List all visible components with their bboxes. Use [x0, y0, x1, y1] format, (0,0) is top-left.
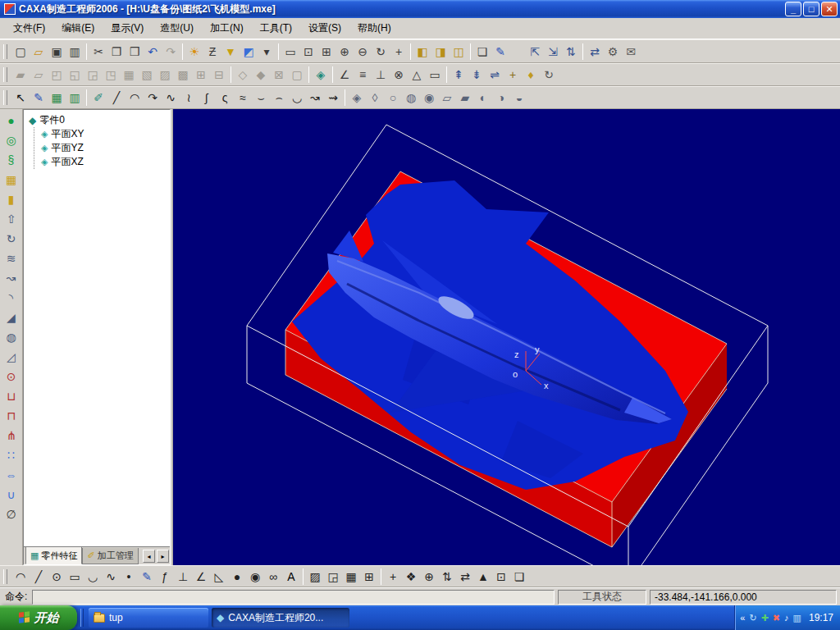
rect-tool-icon[interactable]: ▭ [426, 66, 444, 84]
mesh-surface-icon[interactable]: ◍ [402, 89, 420, 107]
loft-icon[interactable]: ≋ [2, 249, 21, 268]
formula-icon[interactable]: ƒ [156, 568, 174, 586]
sweep-surface-icon[interactable]: ○ [384, 89, 402, 107]
boss-icon[interactable]: ⊓ [2, 406, 21, 426]
tree-item-plane-xy[interactable]: ◈ 平面XY [34, 127, 168, 141]
tangent-icon[interactable]: ⊗ [390, 66, 408, 84]
rect-draw-icon[interactable]: ▭ [66, 568, 84, 586]
array-grid-icon[interactable]: ⊡ [492, 568, 510, 586]
infinity-icon[interactable]: ∞ [264, 568, 282, 586]
circle-draw-icon[interactable]: ⊙ [48, 568, 66, 586]
helix-feature-icon[interactable]: § [2, 150, 21, 170]
tree-root-part[interactable]: ◆ 零件0 [25, 113, 168, 127]
perpendicular-draw-icon[interactable]: ⊥ [174, 568, 192, 586]
gem-icon[interactable]: ♦ [522, 66, 540, 84]
copy-icon[interactable]: ❐ [107, 43, 126, 61]
zoom-window-icon[interactable]: ⊞ [317, 43, 336, 61]
command-input[interactable] [32, 590, 555, 605]
level-up-icon[interactable]: ⇞ [450, 66, 468, 84]
patch-surface-icon[interactable]: ◑ [492, 89, 510, 107]
view-axono-icon[interactable]: ◫ [450, 43, 468, 61]
pocket-icon[interactable]: ⊔ [2, 386, 21, 406]
anchor-icon[interactable]: + [504, 66, 522, 84]
filled-circle-icon[interactable]: ● [228, 568, 246, 586]
menu-item-file[interactable]: 文件(F) [5, 19, 53, 38]
taskbar-task-tup[interactable]: tup [89, 608, 208, 628]
close-button[interactable]: ✕ [821, 2, 838, 16]
ellipse-draw-icon[interactable]: ◡ [84, 568, 102, 586]
refresh-alt-icon[interactable]: ↻ [540, 66, 558, 84]
line-draw-icon[interactable]: ╱ [30, 568, 48, 586]
line-icon[interactable]: ╱ [107, 89, 126, 107]
angle-icon[interactable]: ∠ [336, 66, 354, 84]
paste-icon[interactable]: ❒ [126, 43, 144, 61]
level-down-icon[interactable]: ⇟ [468, 66, 486, 84]
arc-3pt-icon[interactable]: ↷ [144, 89, 162, 107]
text-tool-icon[interactable]: A [282, 568, 300, 586]
menu-item-view[interactable]: 显示(V) [103, 19, 152, 38]
grid-tool-icon[interactable]: ▦ [342, 568, 360, 586]
toolpath-z-icon[interactable]: ⇅ [562, 43, 580, 61]
shell-icon[interactable]: ◍ [2, 327, 21, 347]
cut-icon[interactable]: ✂ [89, 43, 107, 61]
tab-part-features[interactable]: ▦ 零件特征 [25, 547, 82, 564]
arc-up-icon[interactable]: ⌣ [252, 89, 270, 107]
revolve-surface-icon[interactable]: ◊ [366, 89, 384, 107]
light-icon[interactable]: ☀ [185, 43, 203, 61]
menu-item-machining[interactable]: 加工(N) [202, 19, 252, 38]
extend-surface-icon[interactable]: ▰ [456, 89, 474, 107]
sphere-feature-icon[interactable]: ● [2, 111, 21, 130]
mesh-feature-icon[interactable]: ▦ [2, 170, 21, 189]
block-feature-icon[interactable]: ▮ [2, 189, 21, 209]
taskbar-task-caxa[interactable]: ◆ CAXA制造工程师20... [212, 608, 349, 628]
menu-item-help[interactable]: 帮助(H) [349, 19, 399, 38]
erase-icon[interactable]: ✐ [89, 89, 107, 107]
annotate-pen-icon[interactable]: ✎ [491, 43, 509, 61]
flip-h-icon[interactable]: ⇄ [456, 568, 474, 586]
mirror-icon[interactable]: ⇔ [2, 465, 21, 485]
hole-icon[interactable]: ⊙ [2, 367, 21, 386]
stitch-surface-icon[interactable]: ◒ [510, 89, 528, 107]
pick-filter-icon[interactable]: ▼ [221, 43, 240, 61]
chamfer-icon[interactable]: ◢ [2, 308, 21, 327]
flip-v-icon[interactable]: ⇅ [438, 568, 456, 586]
redraw-icon[interactable]: ▭ [281, 43, 299, 61]
undo-icon[interactable]: ↶ [144, 43, 162, 61]
shade-mode-icon[interactable]: Ƶ [203, 43, 221, 61]
menu-item-edit[interactable]: 编辑(E) [53, 19, 103, 38]
extrude-icon[interactable]: ⇧ [2, 209, 21, 229]
squiggle2-icon[interactable]: ⇝ [324, 89, 342, 107]
open-file-icon[interactable]: ▱ [30, 43, 48, 61]
toolpath-y-icon[interactable]: ⇲ [544, 43, 562, 61]
angle-draw-icon[interactable]: ∠ [192, 568, 210, 586]
restore-button[interactable]: □ [803, 2, 819, 16]
arc-draw-icon[interactable]: ◠ [11, 568, 30, 586]
boolean-icon[interactable]: ∪ [2, 485, 21, 504]
spline-draw-icon[interactable]: ∿ [102, 568, 120, 586]
blend-surface-icon[interactable]: ◐ [474, 89, 492, 107]
revolve-icon[interactable]: ↻ [2, 229, 21, 249]
toolpath-x-icon[interactable]: ⇱ [526, 43, 544, 61]
concentric-icon[interactable]: ◉ [246, 568, 264, 586]
new-file-icon[interactable]: ▢ [11, 43, 30, 61]
mirror-v-icon[interactable]: ▲ [474, 568, 492, 586]
print-icon[interactable]: ▥ [66, 43, 84, 61]
tab-scroll-right-button[interactable]: ▸ [157, 550, 169, 563]
table-tool-icon[interactable]: ⊞ [360, 568, 378, 586]
volume-tray-icon[interactable]: ♪ [784, 614, 789, 623]
sweep-icon[interactable]: ↝ [2, 268, 21, 288]
trajectory-sim-icon[interactable]: ⇄ [586, 43, 604, 61]
perpendicular-icon[interactable]: ⊥ [372, 66, 390, 84]
pencil-draw-icon[interactable]: ✎ [138, 568, 156, 586]
region-icon[interactable]: ◲ [324, 568, 342, 586]
sketch-pencil-icon[interactable]: ✎ [30, 89, 48, 107]
render-mode-icon[interactable]: ◈ [312, 66, 330, 84]
arc-icon[interactable]: ◠ [126, 89, 144, 107]
rotate-view-icon[interactable]: ↻ [372, 43, 390, 61]
update-tray-icon[interactable]: ↻ [749, 614, 756, 623]
viewport-3d-scene[interactable]: z y x o [173, 109, 840, 565]
color-picker-icon[interactable]: ◩ [240, 43, 258, 61]
squiggle-icon[interactable]: ↝ [306, 89, 324, 107]
tab-machining-manager[interactable]: ✐ 加工管理 [82, 548, 138, 564]
pan-view-icon[interactable]: + [390, 43, 408, 61]
